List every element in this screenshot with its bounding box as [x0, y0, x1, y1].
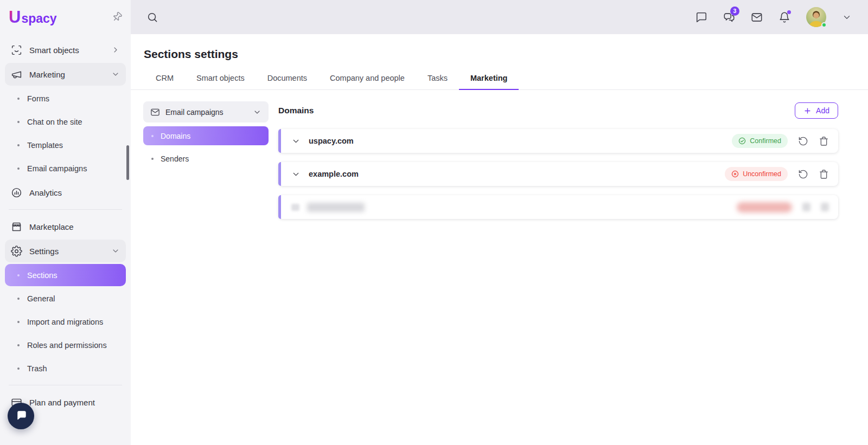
user-avatar[interactable] — [806, 7, 826, 27]
sidebar-subitem[interactable]: Sections — [5, 264, 126, 286]
tab[interactable]: Tasks — [416, 68, 459, 90]
analytics-icon — [11, 187, 22, 198]
sidebar-subitem[interactable]: Email campaigns — [5, 157, 126, 179]
subnav-dropdown-label: Email campaigns — [165, 108, 224, 117]
marketing-icon — [11, 69, 22, 80]
sidebar-item-label: Analytics — [29, 188, 62, 197]
sidebar-nav: Smart objects Marketing Forms Chat on th… — [0, 30, 131, 414]
expand-chevron-icon[interactable] — [291, 137, 301, 146]
subnav-dropdown[interactable]: Email campaigns — [143, 101, 269, 122]
add-domain-button[interactable]: Add — [795, 102, 838, 119]
sidebar-subitem-label: Templates — [27, 141, 63, 150]
marketing-children: Forms Chat on the site Templates Email c… — [0, 87, 131, 179]
add-button-label: Add — [816, 106, 829, 115]
settings-children: Sections General Import and migrations R… — [0, 264, 131, 379]
chat-badge: 3 — [730, 7, 739, 16]
subnav-item-label: Domains — [161, 132, 190, 140]
mail-icon[interactable] — [751, 11, 763, 23]
tab[interactable]: CRM — [144, 68, 185, 90]
uspacy-logo-text: spacy — [21, 11, 56, 26]
tabs-bar: CRMSmart objectsDocumentsCompany and peo… — [131, 68, 868, 90]
sidebar-subitem[interactable]: Forms — [5, 87, 126, 109]
sidebar-subitem[interactable]: Import and migrations — [5, 311, 126, 333]
online-status-dot — [821, 22, 827, 28]
sidebar-subitem[interactable]: Trash — [5, 357, 126, 379]
comments-icon[interactable] — [695, 11, 707, 23]
sidebar-subitem[interactable]: Templates — [5, 134, 126, 156]
tab[interactable]: Documents — [256, 68, 318, 90]
bullet-icon — [151, 158, 154, 160]
sidebar-subitem-label: Sections — [27, 271, 58, 280]
sidebar-scrollbar[interactable] — [126, 145, 129, 180]
sidebar-divider — [9, 209, 122, 210]
sidebar-subitem[interactable]: General — [5, 287, 126, 309]
subnav-item[interactable]: Senders — [143, 149, 269, 168]
chevron-down-icon — [253, 108, 261, 117]
delete-icon[interactable] — [819, 136, 829, 146]
uspacy-logo-mark: U — [9, 9, 21, 25]
email-campaigns-icon — [150, 107, 160, 117]
redacted-status-badge — [737, 202, 792, 212]
settings-gear-icon — [11, 246, 22, 257]
sidebar-subitem[interactable]: Roles and permissions — [5, 334, 126, 356]
expand-chevron-icon[interactable] — [291, 170, 301, 179]
bullet-icon — [17, 274, 20, 276]
bullet-icon — [17, 367, 20, 370]
sidebar-divider — [9, 385, 122, 385]
sidebar: Uspacy Smart objects Marketing — [0, 0, 131, 445]
redacted-icon — [802, 203, 810, 211]
sidebar-item-settings[interactable]: Settings — [5, 240, 126, 262]
sidebar-item-marketing[interactable]: Marketing — [5, 63, 126, 86]
search-icon[interactable] — [146, 11, 158, 23]
sidebar-subitem-label: General — [27, 294, 55, 303]
chevron-right-icon — [111, 46, 120, 54]
recheck-icon[interactable] — [798, 169, 808, 179]
status-label: Confirmed — [750, 137, 781, 145]
status-badge: Unconfirmed — [725, 167, 788, 181]
smart-objects-icon — [11, 44, 22, 56]
sidebar-subitem-label: Chat on the site — [27, 118, 82, 126]
subnav-item-label: Senders — [161, 154, 189, 163]
sidebar-subitem-label: Forms — [27, 94, 49, 103]
delete-icon[interactable] — [819, 169, 829, 179]
redacted-chevron — [291, 204, 299, 211]
bullet-icon — [151, 135, 154, 137]
domain-row-redacted[interactable] — [278, 195, 838, 219]
sidebar-subitem[interactable]: Chat on the site — [5, 111, 126, 133]
redacted-icon — [821, 203, 829, 211]
bullet-icon — [17, 321, 20, 323]
chats-icon[interactable]: 3 — [723, 11, 735, 23]
chevron-down-icon — [111, 247, 120, 255]
notifications-bell-icon[interactable] — [778, 11, 790, 23]
sidebar-item-label: Marketing — [29, 70, 65, 79]
domain-name: example.com — [309, 170, 359, 178]
tab[interactable]: Smart objects — [185, 68, 256, 90]
uspacy-logo[interactable]: Uspacy — [9, 9, 57, 26]
bullet-icon — [17, 121, 20, 123]
recheck-icon[interactable] — [798, 136, 808, 146]
domain-name: uspacy.com — [309, 137, 354, 145]
main-content: Sections settings CRMSmart objectsDocume… — [131, 34, 868, 445]
pin-icon[interactable] — [110, 10, 125, 25]
sidebar-item-label: Marketplace — [29, 222, 74, 231]
chat-launcher-button[interactable] — [8, 403, 34, 429]
domain-row[interactable]: example.com Unconfirmed — [278, 162, 838, 186]
sidebar-item-marketplace[interactable]: Marketplace — [5, 215, 126, 238]
domain-row[interactable]: uspacy.com Confirmed — [278, 129, 838, 153]
sidebar-item-label: Settings — [29, 247, 59, 256]
sidebar-subitem-label: Trash — [27, 364, 47, 373]
tab[interactable]: Marketing — [459, 68, 519, 90]
status-label: Unconfirmed — [743, 170, 781, 178]
sidebar-subitem-label: Import and migrations — [27, 318, 103, 326]
chat-launcher-icon — [15, 409, 27, 423]
sidebar-subitem-label: Email campaigns — [27, 164, 87, 173]
subnav-item[interactable]: Domains — [143, 126, 269, 145]
domains-panel: Domains Add uspacy.com — [278, 101, 838, 219]
topbar: 3 — [131, 0, 868, 34]
bullet-icon — [17, 298, 20, 300]
profile-chevron-down-icon[interactable] — [842, 12, 852, 22]
tab[interactable]: Company and people — [318, 68, 416, 90]
sidebar-item-smart-objects[interactable]: Smart objects — [5, 38, 126, 61]
sidebar-item-analytics[interactable]: Analytics — [5, 181, 126, 204]
bullet-icon — [17, 144, 20, 146]
